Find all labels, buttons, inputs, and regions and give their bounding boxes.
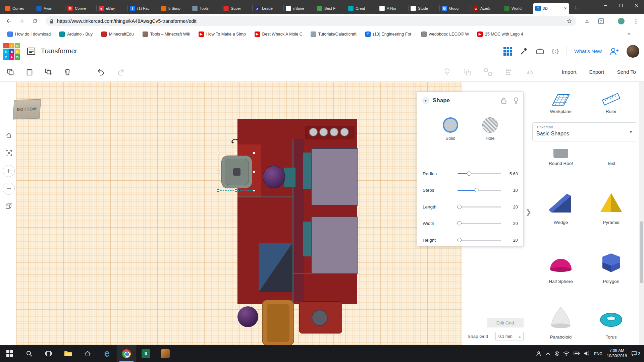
briefcase-icon[interactable] — [536, 47, 544, 56]
scrollbar-thumb[interactable] — [640, 221, 643, 283]
height-slider[interactable] — [458, 240, 501, 241]
hole-option[interactable]: Hole — [482, 117, 498, 141]
design-menu-button[interactable] — [27, 47, 36, 56]
shape-item-pyramid[interactable]: Pyramid — [586, 186, 636, 225]
workplane-tool[interactable]: Workplane — [536, 92, 586, 114]
browser-tab[interactable]: eeBay — [96, 3, 127, 14]
start-button[interactable] — [0, 345, 19, 362]
edge-button[interactable]: e — [97, 345, 117, 362]
task-view-button[interactable] — [39, 345, 58, 362]
shape-library-dropdown[interactable]: Tinkercad Basic Shapes ▾ — [532, 122, 636, 141]
shape-item-round-roof[interactable]: Round Roof — [536, 148, 586, 166]
action-center-button[interactable]: 2 — [631, 351, 640, 356]
browser-tab[interactable]: 5 Simp — [159, 3, 190, 14]
shape-item-wedge[interactable]: Wedge — [536, 186, 586, 225]
shape-item-polygon[interactable]: Polygon — [586, 245, 636, 284]
excel-button[interactable]: X — [136, 345, 156, 362]
browser-tab[interactable]: Tools — [190, 3, 221, 14]
selection-handle[interactable] — [217, 152, 219, 154]
bookmark-item[interactable]: Tools – Minecraft Wik — [140, 29, 193, 39]
width-slider[interactable] — [458, 223, 501, 224]
forward-button[interactable] — [17, 16, 26, 26]
browser-menu-button[interactable] — [631, 16, 641, 26]
zoom-out-button[interactable] — [3, 183, 15, 195]
selection-handle[interactable] — [217, 171, 219, 173]
extension-avatar-icon[interactable] — [616, 16, 626, 26]
fit-view-button[interactable] — [3, 147, 15, 159]
zoom-in-button[interactable] — [3, 165, 15, 177]
selection-handle[interactable] — [217, 189, 219, 192]
slider-knob[interactable] — [467, 172, 471, 176]
bluetooth-icon[interactable] — [555, 351, 559, 356]
slider-knob[interactable] — [457, 221, 462, 226]
export-button[interactable]: Export — [589, 69, 604, 75]
mirror-flip-icon[interactable] — [526, 68, 534, 76]
invite-person-icon[interactable] — [609, 47, 619, 56]
browser-tab[interactable]: xLeade — [252, 3, 283, 14]
group-icon[interactable] — [463, 68, 471, 76]
align-icon[interactable] — [505, 68, 513, 76]
tab-close-icon[interactable]: ✕ — [564, 6, 567, 11]
view-cube[interactable]: BOTTOM — [13, 99, 41, 120]
shape-item-paraboloid[interactable]: Paraboloid — [536, 300, 586, 340]
steps-slider[interactable] — [458, 190, 501, 191]
speaker-icon[interactable] — [584, 351, 590, 356]
browser-tab[interactable]: f(1) Fac — [127, 3, 159, 14]
duplicate-icon[interactable] — [45, 68, 52, 76]
browser-tab[interactable]: Creat — [346, 3, 377, 14]
browser-tab[interactable]: nSpire — [283, 3, 315, 14]
model-foot-orange[interactable] — [262, 300, 294, 345]
send-to-button[interactable]: Send To — [617, 69, 636, 75]
shape-item-torus[interactable]: Torus — [586, 300, 636, 340]
bookmark-item[interactable]: f(13) Engineering For I — [363, 29, 415, 39]
window-minimize-button[interactable] — [598, 0, 613, 11]
browser-tab[interactable]: uAzerb — [471, 3, 502, 14]
model-pad-red[interactable] — [299, 301, 342, 334]
bookmark-item[interactable]: Tutorials/Galacticraft — [308, 29, 359, 39]
bookmark-item[interactable]: wedobots: LEGO® W — [419, 29, 471, 39]
tools-icon[interactable] — [520, 47, 528, 56]
selection-handle[interactable] — [235, 189, 237, 192]
tray-expand-chevron-icon[interactable] — [546, 352, 550, 355]
shape-item-text[interactable]: Text — [586, 148, 636, 166]
codeblocks-icon[interactable]: {:} — [552, 48, 559, 55]
paste-icon[interactable] — [26, 68, 33, 76]
dashboard-grid-icon[interactable] — [503, 47, 512, 56]
browser-tab[interactable]: Correo — [3, 3, 34, 14]
ungroup-icon[interactable] — [484, 68, 492, 76]
rotate-handle-icon[interactable] — [231, 137, 239, 145]
lock-icon[interactable] — [501, 97, 507, 104]
ruler-tool[interactable]: Ruler — [586, 92, 636, 114]
bookmark-item[interactable]: MinecraftEdu — [99, 29, 137, 39]
download-icon[interactable] — [582, 16, 592, 26]
bookmark-item[interactable]: ▶25 MOC with Lego 4 — [475, 29, 526, 39]
browser-tab-active[interactable]: T3D✕ — [533, 3, 569, 14]
chrome-button-active[interactable] — [117, 345, 136, 362]
slider-knob[interactable] — [457, 238, 462, 242]
bookmarks-overflow-chevron[interactable]: » — [628, 31, 631, 37]
file-explorer-button[interactable] — [58, 345, 78, 362]
scrollbar-track[interactable] — [639, 82, 644, 345]
browser-tab[interactable]: A Nor — [377, 3, 408, 14]
redo-icon[interactable] — [117, 68, 125, 76]
new-tab-button[interactable]: + — [571, 3, 581, 13]
tinkercad-logo[interactable]: T I N K E R C A D — [3, 43, 20, 60]
undo-icon[interactable] — [97, 68, 105, 76]
collapse-panel-chevron[interactable]: ❯ — [525, 208, 531, 217]
app-button[interactable] — [156, 345, 175, 362]
panel-collapse-caret[interactable]: ▾ — [422, 97, 429, 104]
bookmark-item[interactable]: How do I download — [5, 29, 53, 39]
model-transformer[interactable] — [235, 117, 362, 308]
refresh-button[interactable] — [30, 16, 40, 26]
edit-grid-button[interactable]: Edit Grid — [487, 318, 524, 327]
browser-tab[interactable]: World — [502, 3, 533, 14]
address-bar[interactable]: https://www.tinkercad.com/things/kA48Aws… — [46, 16, 576, 26]
back-button[interactable] — [4, 16, 13, 26]
window-maximize-button[interactable] — [613, 0, 629, 11]
selection-handle[interactable] — [253, 171, 255, 173]
visibility-bulb-icon[interactable] — [514, 97, 519, 104]
browser-tab[interactable]: Ayan — [34, 3, 65, 14]
import-button[interactable]: Import — [562, 69, 577, 75]
perspective-toggle-button[interactable] — [3, 200, 15, 213]
selection-handle[interactable] — [235, 152, 237, 154]
